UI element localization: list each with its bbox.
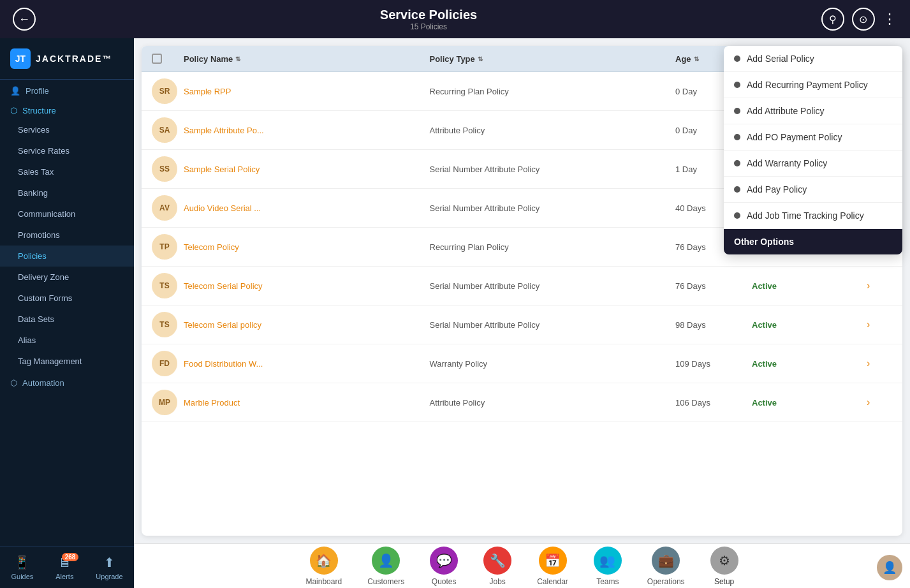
policy-name-1[interactable]: Sample Attribute Po...: [184, 126, 430, 135]
sort-policy-name-icon[interactable]: ⇅: [235, 55, 240, 62]
sidebar-item-custom-forms[interactable]: Custom Forms: [0, 288, 134, 309]
bottom-nav-teams[interactable]: 👥 Teams: [594, 547, 622, 586]
bottom-nav: 🏠 Mainboard 👤 Customers 💬 Quotes 🔧 Jobs …: [134, 543, 910, 588]
policy-chevron-8[interactable]: ›: [867, 397, 892, 408]
search-button[interactable]: ⚲: [821, 8, 844, 31]
policy-type-8: Attribute Policy: [430, 398, 676, 408]
sidebar-item-tag-management[interactable]: Tag Management: [0, 351, 134, 372]
sidebar-item-service-rates[interactable]: Service Rates: [0, 140, 134, 161]
policy-chevron-6[interactable]: ›: [867, 319, 892, 330]
policy-type-7: Warranty Policy: [430, 359, 676, 369]
policy-name-6[interactable]: Telecom Serial policy: [184, 320, 430, 330]
sidebar-automation-label: Automation: [22, 378, 64, 388]
policy-chevron-5[interactable]: ›: [867, 280, 892, 291]
sort-age-icon[interactable]: ⇅: [694, 55, 699, 62]
policy-name-2[interactable]: Sample Serial Policy: [184, 165, 430, 174]
user-avatar[interactable]: 👤: [877, 555, 902, 580]
dropdown-item-0[interactable]: Add Serial Policy: [724, 46, 902, 72]
more-options-button[interactable]: ⋮: [883, 11, 897, 27]
sidebar-alerts[interactable]: 🖥 268 Alerts: [55, 555, 73, 580]
dropdown-item-3[interactable]: Add PO Payment Policy: [724, 124, 902, 151]
bottom-nav-quotes[interactable]: 💬 Quotes: [430, 547, 458, 586]
sidebar-item-delivery-zone[interactable]: Delivery Zone: [0, 267, 134, 288]
profile-icon: 👤: [10, 86, 20, 96]
sidebar-item-banking[interactable]: Banking: [0, 182, 134, 203]
alerts-badge: 268: [62, 553, 79, 561]
sidebar-guides[interactable]: 📱 Guides: [11, 555, 33, 580]
automation-icon: ⬡: [10, 378, 17, 388]
policy-type-4: Recurring Plan Policy: [430, 242, 676, 252]
other-options-button[interactable]: Other Options: [724, 229, 902, 254]
sidebar-item-promotions[interactable]: Promotions: [0, 224, 134, 246]
dropdown-item-2[interactable]: Add Attribute Policy: [724, 98, 902, 124]
nav-label-setup: Setup: [714, 577, 734, 586]
nav-label-operations: Operations: [647, 577, 685, 586]
page-subtitle: 15 Policies: [380, 22, 477, 31]
policy-age-6: 98 Days: [675, 320, 752, 330]
policy-name-3[interactable]: Audio Video Serial ...: [184, 203, 430, 213]
policy-name-8[interactable]: Marble Product: [184, 398, 430, 408]
chevron-right-icon[interactable]: ›: [867, 397, 870, 408]
dropdown-item-1[interactable]: Add Recurring Payment Policy: [724, 72, 902, 98]
sidebar-bottom: 📱 Guides 🖥 268 Alerts ⬆ Upgrade: [0, 547, 134, 588]
filter-button[interactable]: ⊙: [852, 8, 875, 31]
sidebar-item-policies[interactable]: Policies: [0, 246, 134, 267]
row-avatar: SA: [152, 117, 184, 143]
row-avatar: FD: [152, 351, 184, 376]
sidebar-section-structure[interactable]: ⬡ Structure: [0, 99, 134, 119]
header-right: ⚲ ⊙ ⋮: [821, 8, 897, 31]
dropdown-item-4[interactable]: Add Warranty Policy: [724, 151, 902, 177]
table-row: MP Marble Product Attribute Policy 106 D…: [142, 383, 902, 422]
sidebar-item-alias[interactable]: Alias: [0, 330, 134, 351]
sidebar-section-automation[interactable]: ⬡ Automation: [0, 372, 134, 392]
nav-icon-mainboard: 🏠: [310, 547, 338, 575]
bottom-nav-customers[interactable]: 👤 Customers: [367, 547, 404, 586]
header-left: ←: [13, 8, 36, 31]
page-title: Service Policies: [380, 8, 477, 22]
alerts-label: Alerts: [55, 573, 73, 580]
dropdown-item-label-5: Add Pay Policy: [747, 184, 807, 195]
nav-label-teams: Teams: [596, 577, 619, 586]
bottom-nav-setup[interactable]: ⚙ Setup: [710, 547, 738, 586]
sidebar-item-communication[interactable]: Communication: [0, 203, 134, 224]
bottom-nav-jobs[interactable]: 🔧 Jobs: [483, 547, 511, 586]
avatar-circle: TP: [152, 234, 177, 260]
bottom-nav-mainboard[interactable]: 🏠 Mainboard: [305, 547, 342, 586]
policy-name-0[interactable]: Sample RPP: [184, 87, 430, 96]
avatar-circle: SS: [152, 156, 177, 182]
dropdown-item-5[interactable]: Add Pay Policy: [724, 177, 902, 203]
chevron-right-icon[interactable]: ›: [867, 280, 870, 291]
sidebar-item-data-sets[interactable]: Data Sets: [0, 309, 134, 330]
sidebar-logo: JT JACKTRADE™: [0, 38, 134, 80]
policy-name-7[interactable]: Food Distribution W...: [184, 359, 430, 369]
avatar-circle: FD: [152, 351, 177, 376]
sidebar-section-profile[interactable]: 👤 Profile: [0, 80, 134, 99]
row-avatar: TS: [152, 312, 184, 337]
sidebar-item-sales-tax[interactable]: Sales Tax: [0, 161, 134, 182]
policy-status-5: Active: [752, 281, 867, 291]
chevron-right-icon[interactable]: ›: [867, 358, 870, 369]
policy-name-5[interactable]: Telecom Serial Policy: [184, 281, 430, 291]
bottom-nav-operations[interactable]: 💼 Operations: [647, 547, 685, 586]
dropdown-item-label-3: Add PO Payment Policy: [747, 132, 842, 142]
guides-label: Guides: [11, 573, 33, 580]
nav-icon-operations: 💼: [652, 547, 680, 575]
sidebar-item-services[interactable]: Services: [0, 119, 134, 140]
sidebar-upgrade[interactable]: ⬆ Upgrade: [96, 555, 122, 580]
sort-policy-type-icon[interactable]: ⇅: [478, 55, 483, 62]
policy-age-5: 76 Days: [675, 281, 752, 291]
select-all-checkbox[interactable]: [152, 54, 162, 64]
policy-chevron-7[interactable]: ›: [867, 358, 892, 369]
policy-name-4[interactable]: Telecom Policy: [184, 242, 430, 252]
policy-type-3: Serial Number Attribute Policy: [430, 203, 676, 213]
back-button[interactable]: ←: [13, 8, 36, 31]
logo-text: JACKTRADE™: [36, 54, 112, 64]
row-avatar: SR: [152, 78, 184, 104]
dropdown-item-6[interactable]: Add Job Time Tracking Policy: [724, 203, 902, 229]
row-avatar: MP: [152, 390, 184, 415]
bottom-nav-calendar[interactable]: 📅 Calendar: [537, 547, 568, 586]
row-avatar: TP: [152, 234, 184, 260]
chevron-right-icon[interactable]: ›: [867, 319, 870, 330]
dropdown-item-label-0: Add Serial Policy: [747, 54, 814, 64]
dropdown-item-label-2: Add Attribute Policy: [747, 106, 824, 116]
